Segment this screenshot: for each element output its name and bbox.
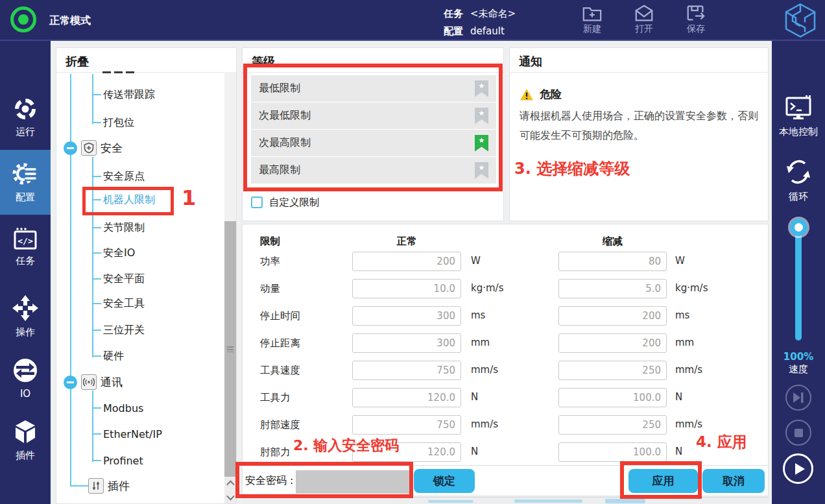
tree-item-safety-tool[interactable]: 安全工具 — [92, 296, 145, 311]
notice-panel: 通知 危险 请根据机器人使用场合，正确的设置安全参数，否则可能发生不可预期的危险… — [509, 47, 769, 221]
bookmark-icon[interactable] — [475, 108, 488, 125]
tree-panel-title[interactable]: 折叠 — [66, 54, 89, 69]
bookmark-selected-icon[interactable] — [475, 135, 488, 152]
password-input[interactable] — [296, 470, 410, 494]
limit-label: 肘部力 — [260, 446, 291, 459]
save-button[interactable]: 保存 — [675, 3, 717, 35]
warning-icon — [520, 88, 534, 101]
config-label: 配置 — [444, 25, 463, 37]
tree-item-conveyor[interactable]: 传送带跟踪 — [92, 87, 155, 102]
cancel-button[interactable]: 取消 — [702, 469, 765, 493]
reduced-momentum-input[interactable] — [558, 279, 667, 298]
task-value: <未命名> — [470, 8, 516, 19]
nav-io[interactable]: IO — [0, 348, 51, 409]
level-row-second-highest[interactable]: 次最高限制 — [251, 130, 496, 156]
bookmark-icon[interactable] — [475, 162, 488, 179]
tree-scrollbar[interactable] — [224, 72, 236, 503]
reduced-tool-force-input[interactable] — [558, 388, 667, 407]
collapse-icon[interactable] — [64, 376, 77, 389]
level-row-highest[interactable]: 最高限制 — [251, 157, 496, 184]
tree-item-safety-io[interactable]: 安全IO — [92, 245, 135, 261]
tree-node-plugin[interactable]: 插件 — [88, 478, 130, 494]
limit-row-tool-force: 工具力 N N — [243, 384, 768, 411]
normal-power-input[interactable] — [352, 252, 461, 271]
status-smudge — [514, 499, 582, 503]
apply-button[interactable]: 应用 — [628, 469, 698, 493]
tree-item-robot-limits[interactable]: 机器人限制 — [92, 192, 155, 208]
nav-config[interactable]: 配置 — [0, 150, 51, 215]
tree-item-three-position-switch[interactable]: 三位开关 — [92, 322, 145, 338]
scroll-up-button[interactable] — [224, 477, 236, 490]
tree-node-communication[interactable]: 通讯 — [64, 374, 123, 390]
level-row-lowest[interactable]: 最低限制 — [251, 75, 496, 102]
reduced-elbow-force-input[interactable] — [558, 442, 667, 462]
nav-plugin-label: 插件 — [16, 450, 35, 462]
tree-item-hardware[interactable]: 硬件 — [92, 348, 124, 364]
reduced-power-input[interactable] — [558, 252, 667, 271]
custom-limit-checkbox[interactable] — [251, 197, 263, 208]
normal-elbow-force-input[interactable] — [352, 442, 461, 462]
step-button[interactable] — [785, 385, 811, 411]
config-value: default — [470, 25, 505, 37]
nav-run[interactable]: 运行 — [0, 85, 51, 150]
play-button[interactable] — [783, 453, 813, 484]
bookmark-icon[interactable] — [475, 80, 488, 97]
nav-plugin[interactable]: 插件 — [0, 409, 51, 471]
collapse-icon[interactable] — [64, 141, 77, 155]
task-row: 任务<未命名> — [444, 8, 516, 20]
sliders-icon — [88, 478, 104, 494]
normal-tool-speed-input[interactable] — [352, 361, 461, 380]
tree-item-profinet[interactable]: Profinet — [92, 453, 143, 468]
scroll-down-button[interactable] — [224, 490, 236, 503]
levels-panel: 等级 最低限制 次最低限制 次最高限制 最高限制 自定义限制 — [242, 47, 504, 221]
limit-label: 动量 — [260, 282, 280, 296]
unit-label: N — [471, 391, 478, 403]
level-label: 次最高限制 — [259, 136, 311, 150]
top-bar: 正常模式 任务<未命名> 配置default 新建 打开 — [0, 0, 825, 41]
unit-label: ms — [675, 309, 689, 321]
tree-item-pack-position[interactable]: 打包位 — [92, 115, 134, 130]
normal-elbow-speed-input[interactable] — [352, 415, 461, 435]
status-strip — [242, 497, 769, 504]
tree-item-label: 安全工具 — [103, 297, 145, 311]
app-screen: 正常模式 任务<未命名> 配置default 新建 打开 — [0, 0, 825, 504]
status-smudge — [605, 499, 645, 503]
local-control-item[interactable]: 本地控制 — [772, 94, 825, 138]
tree-item-safety-home[interactable]: 安全原点 — [92, 169, 145, 184]
tree-item-label: 安全平面 — [103, 272, 145, 286]
lock-button[interactable]: 锁定 — [414, 469, 475, 493]
cube-icon — [12, 419, 38, 445]
tree-item-ethernet-ip[interactable]: EtherNet/IP — [92, 426, 162, 442]
speed-slider-handle[interactable] — [790, 219, 807, 236]
tree-item-modbus[interactable]: Modbus — [92, 400, 143, 416]
level-row-second-lowest[interactable]: 次最低限制 — [251, 102, 496, 129]
level-label: 最低限制 — [259, 82, 300, 95]
terminal-icon — [783, 94, 813, 121]
antenna-icon — [81, 374, 97, 390]
normal-stop-time-input[interactable] — [352, 306, 461, 326]
normal-tool-force-input[interactable] — [352, 388, 461, 407]
stop-button[interactable] — [785, 420, 811, 446]
tree-node-safety[interactable]: 安全 — [64, 140, 123, 156]
reduced-stop-time-input[interactable] — [558, 306, 667, 326]
cycle-label: 循环 — [789, 191, 808, 203]
cycle-item[interactable]: 循环 — [772, 158, 825, 203]
limit-label: 工具力 — [260, 391, 291, 405]
normal-stop-distance-input[interactable] — [352, 333, 461, 353]
custom-limit-row[interactable]: 自定义限制 — [251, 196, 320, 209]
tree-item-safety-plane[interactable]: 安全平面 — [92, 271, 145, 287]
open-button[interactable]: 打开 — [623, 3, 665, 35]
nav-operate[interactable]: 操作 — [0, 285, 51, 348]
nav-task[interactable]: </> 任务 — [0, 215, 51, 280]
reduced-stop-distance-input[interactable] — [558, 333, 667, 353]
scrollbar-thumb[interactable] — [224, 221, 236, 477]
normal-momentum-input[interactable] — [352, 279, 461, 298]
speed-slider-track[interactable] — [795, 229, 802, 341]
divider — [510, 72, 768, 73]
limit-row-stop-distance: 停止距离 mm mm — [243, 330, 768, 357]
new-button[interactable]: 新建 — [571, 3, 614, 35]
speed-label: 速度 — [772, 363, 825, 376]
tree-item-joint-limits[interactable]: 关节限制 — [92, 220, 145, 235]
reduced-elbow-speed-input[interactable] — [558, 415, 667, 435]
reduced-tool-speed-input[interactable] — [558, 361, 667, 380]
